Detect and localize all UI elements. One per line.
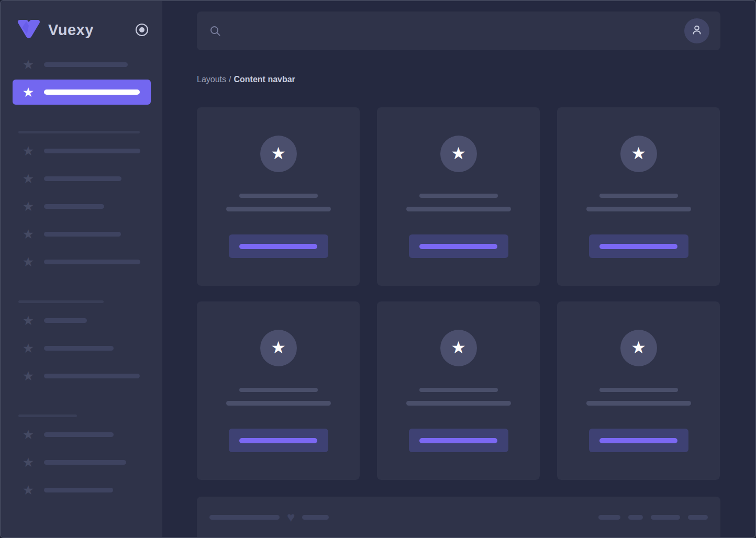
user-icon [691, 24, 703, 38]
sidebar: Vuexy ★★★★★★★★★★★★★ [1, 1, 162, 537]
footer-link-bar [688, 515, 708, 520]
card-button[interactable] [589, 429, 688, 452]
card-avatar-circle: ★ [260, 136, 297, 172]
user-avatar-button[interactable] [684, 18, 709, 43]
sidebar-item[interactable]: ★ [22, 455, 162, 469]
skeleton-line [586, 401, 691, 406]
skeleton-bar [44, 488, 113, 492]
skeleton-bar [44, 460, 126, 465]
skeleton-line [226, 207, 331, 211]
card-button[interactable] [409, 234, 508, 258]
sidebar-item[interactable]: ★ [22, 369, 162, 383]
search-input[interactable] [197, 12, 673, 50]
skeleton-line [239, 194, 318, 198]
card-avatar-circle: ★ [620, 330, 657, 366]
star-icon: ★ [22, 144, 35, 158]
skeleton-bar [44, 374, 140, 378]
star-icon: ★ [22, 255, 35, 268]
sidebar-item[interactable]: ★ [22, 428, 162, 441]
star-icon: ★ [22, 228, 35, 241]
skeleton-bar [44, 432, 114, 437]
skeleton-bar [44, 176, 121, 181]
footer-row: ♥ [209, 511, 708, 523]
radio-button-icon[interactable] [135, 23, 149, 37]
breadcrumb: Layouts/Content navbar [197, 75, 720, 84]
button-label-bar [419, 244, 497, 249]
card-button[interactable] [409, 429, 508, 452]
sidebar-header: Vuexy [16, 18, 149, 42]
sidebar-item-active[interactable]: ★ [13, 80, 151, 105]
skeleton-line [586, 207, 691, 211]
star-icon: ★ [22, 342, 35, 355]
star-icon: ★ [271, 339, 286, 357]
heart-icon: ♥ [287, 511, 295, 523]
footer-left: ♥ [209, 511, 329, 523]
star-icon: ★ [22, 172, 35, 185]
footer-link-bar [651, 515, 680, 520]
card: ★ [377, 301, 540, 480]
star-icon: ★ [22, 428, 35, 441]
skeleton-bar [44, 62, 128, 67]
sidebar-item[interactable]: ★ [22, 483, 162, 497]
breadcrumb-separator: / [229, 75, 231, 84]
footer-link-bar [628, 515, 643, 520]
card-avatar-circle: ★ [620, 136, 657, 172]
main-content: Layouts/Content navbar ★★★★★★ ♥ [197, 1, 720, 538]
sidebar-item[interactable]: ★ [22, 255, 162, 268]
breadcrumb-parent[interactable]: Layouts [197, 75, 226, 84]
skeleton-bar [44, 232, 121, 237]
footer-link-bar [598, 515, 620, 520]
card: ★ [557, 301, 720, 480]
card-grid: ★★★★★★ [197, 107, 720, 480]
star-icon: ★ [22, 200, 35, 213]
skeleton-bar [44, 89, 140, 95]
search-icon [209, 25, 221, 39]
vuexy-logo-icon [16, 18, 42, 42]
sidebar-item[interactable]: ★ [22, 227, 162, 241]
card-avatar-circle: ★ [440, 330, 477, 366]
sidebar-section-header [18, 300, 104, 303]
card-button[interactable] [589, 234, 688, 258]
card-button[interactable] [229, 234, 328, 258]
skeleton-line [226, 401, 331, 406]
sidebar-item[interactable]: ★ [22, 58, 162, 71]
sidebar-item[interactable]: ★ [22, 144, 162, 158]
sidebar-item[interactable]: ★ [22, 172, 162, 185]
star-icon: ★ [22, 86, 35, 99]
card: ★ [197, 301, 360, 480]
skeleton-bar [302, 515, 329, 520]
skeleton-bar [209, 515, 280, 520]
star-icon: ★ [451, 339, 466, 357]
star-icon: ★ [451, 145, 466, 163]
star-icon: ★ [22, 369, 35, 383]
breadcrumb-current: Content navbar [234, 75, 295, 84]
card: ★ [557, 107, 720, 286]
button-label-bar [599, 438, 677, 443]
skeleton-line [419, 194, 498, 198]
app-window: Vuexy ★★★★★★★★★★★★★ [0, 0, 756, 538]
skeleton-bar [44, 204, 104, 209]
star-icon: ★ [22, 58, 35, 71]
card-button[interactable] [229, 429, 328, 452]
card-avatar-circle: ★ [260, 330, 297, 366]
star-icon: ★ [631, 339, 646, 357]
skeleton-bar [44, 149, 140, 153]
skeleton-line [406, 207, 511, 211]
star-icon: ★ [631, 145, 646, 163]
footer-right [598, 515, 708, 520]
skeleton-line [419, 388, 498, 392]
footer: ♥ [197, 497, 720, 538]
sidebar-item[interactable]: ★ [22, 199, 162, 213]
star-icon: ★ [22, 314, 35, 327]
card-avatar-circle: ★ [440, 136, 477, 172]
button-label-bar [239, 244, 317, 249]
button-label-bar [239, 438, 317, 443]
sidebar-item[interactable]: ★ [22, 313, 162, 327]
skeleton-line [599, 388, 678, 392]
star-icon: ★ [271, 145, 286, 163]
skeleton-bar [44, 346, 114, 351]
sidebar-item[interactable]: ★ [22, 341, 162, 355]
card: ★ [377, 107, 540, 286]
app-title: Vuexy [48, 21, 94, 39]
skeleton-bar [44, 260, 140, 264]
